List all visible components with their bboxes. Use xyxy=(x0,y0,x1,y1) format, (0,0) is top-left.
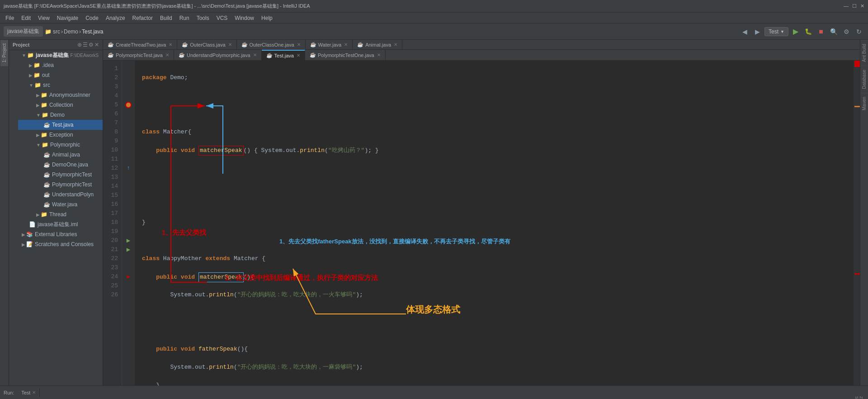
toolbar-project-name[interactable]: javase基础集 xyxy=(4,26,43,37)
tab-polymorphictestone[interactable]: ☕ PolymorphicTestOne.java ✕ xyxy=(305,50,386,60)
tree-item-water[interactable]: ☕ Water.java xyxy=(18,200,103,209)
tab-close8[interactable]: ✕ xyxy=(297,53,300,58)
nav-fwd-btn[interactable]: ▶ xyxy=(752,26,763,37)
tree-item-out[interactable]: ▶ 📁 out xyxy=(18,70,103,80)
update-btn[interactable]: ↻ xyxy=(854,26,864,37)
panel-action-list[interactable]: ☰ xyxy=(83,42,88,48)
menu-window[interactable]: Window xyxy=(231,14,258,22)
menu-refactor[interactable]: Refactor xyxy=(129,14,156,22)
tree-item-animal[interactable]: ☕ Animal.java xyxy=(18,150,103,160)
menu-analyze[interactable]: Analyze xyxy=(102,14,129,22)
code-line-13: System.out.println("开心的妈妈说：吃，吃大块的，一火车够吗"… xyxy=(142,290,846,299)
demo-icon: 📁 xyxy=(42,112,48,118)
panel-action-close[interactable]: ✕ xyxy=(94,42,99,48)
tree-item-polytest2[interactable]: ☕ PolymorphicTest xyxy=(18,180,103,190)
tab-close[interactable]: ✕ xyxy=(169,42,172,47)
code-content[interactable]: package Demo; class Matcher{ public void… xyxy=(135,61,854,385)
stop-btn[interactable]: ■ xyxy=(816,26,826,37)
tree-item-root[interactable]: ▼ 📁 javase基础集 F:\IDEAworkS xyxy=(18,50,103,60)
panel-action-add[interactable]: ⊕ xyxy=(77,42,82,48)
tab-label7: UnderstandPolymorphic.java xyxy=(187,52,250,58)
tree-item-collection[interactable]: ▶ 📁 Collection xyxy=(18,100,103,110)
tab-createthreadtwo[interactable]: ☕ CreateThreadTwo.java ✕ xyxy=(103,40,177,49)
menu-edit[interactable]: Edit xyxy=(18,14,34,22)
tree-item-exception[interactable]: ▶ 📁 Exception xyxy=(18,130,103,140)
breadcrumb-demo[interactable]: Demo xyxy=(64,28,78,35)
demoone-label: DemoOne.java xyxy=(52,162,88,168)
tree-item-anonymous[interactable]: ▶ 📁 AnonymousInner xyxy=(18,90,103,100)
tab-water[interactable]: ☕ Water.java ✕ xyxy=(306,40,353,49)
menu-help[interactable]: Help xyxy=(258,14,276,22)
tab-close4[interactable]: ✕ xyxy=(344,42,348,47)
tab-close2[interactable]: ✕ xyxy=(228,42,232,47)
search-btn[interactable]: 🔍 xyxy=(828,26,839,37)
tab-label2: OuterClass.java xyxy=(190,42,225,48)
breadcrumb-src[interactable]: 📁 src xyxy=(45,28,60,35)
tab-close6[interactable]: ✕ xyxy=(165,52,169,57)
project-vert-tab[interactable]: 1: Project xyxy=(0,40,8,66)
breadcrumb-file[interactable]: Test.java xyxy=(82,28,103,35)
tab-close9[interactable]: ✕ xyxy=(377,52,381,57)
test-icon: ☕ xyxy=(43,122,50,128)
tree-item-demoone[interactable]: ☕ DemoOne.java xyxy=(18,160,103,170)
close-btn[interactable]: ✕ xyxy=(860,3,864,9)
maximize-btn[interactable]: ☐ xyxy=(852,3,857,9)
gutter-breakpoint-5[interactable] xyxy=(123,100,134,109)
annotation-red2: 2、在父类中找到后编译通过，执行子类的对应方法 xyxy=(225,273,378,282)
titlebar: javase基础集 [F:\IDEAworkSpace\JavaSE重点基础集澹… xyxy=(0,0,868,13)
code-editor[interactable]: 1 2 3 4 5 6 7 8 9 10 11 12 13 14 15 16 1… xyxy=(103,61,860,385)
z-structure-tab[interactable]: Z: Structure xyxy=(854,396,864,399)
panel-action-settings[interactable]: ⚙ xyxy=(89,42,94,48)
nav-back-btn[interactable]: ◀ xyxy=(739,26,750,37)
run-btn[interactable]: ▶ xyxy=(790,26,801,37)
ant-build-tab[interactable]: Ant Build xyxy=(860,40,868,66)
menu-code[interactable]: Code xyxy=(82,14,102,22)
maven-tab[interactable]: Maven xyxy=(860,93,868,114)
tab-close3[interactable]: ✕ xyxy=(297,42,301,47)
water-label: Water.java xyxy=(52,201,77,208)
menu-vcs[interactable]: VCS xyxy=(213,14,231,22)
tree-item-src[interactable]: ▼ 📁 src xyxy=(18,80,103,90)
tab-close5[interactable]: ✕ xyxy=(394,42,397,47)
tab-close7[interactable]: ✕ xyxy=(253,52,257,57)
tree-item-scratches[interactable]: ▶ 📝 Scratches and Consoles xyxy=(18,239,103,249)
database-tab[interactable]: Database xyxy=(860,66,868,93)
window-controls: — ☐ ✕ xyxy=(844,3,864,9)
tree-item-test[interactable]: ☕ Test.java xyxy=(18,120,103,130)
debug-btn[interactable]: 🐛 xyxy=(803,26,814,37)
tree-item-understand[interactable]: ☕ UnderstandPolyn xyxy=(18,190,103,200)
tree-item-demo[interactable]: ▼ 📁 Demo xyxy=(18,110,103,120)
out-arrow: ▶ xyxy=(29,73,33,78)
tree-item-polymorphic[interactable]: ▼ 📁 Polymorphic xyxy=(18,140,103,150)
menu-build[interactable]: Build xyxy=(156,14,176,22)
menu-file[interactable]: File xyxy=(2,14,18,22)
tree-item-ext-libs[interactable]: ▶ 📚 External Libraries xyxy=(18,229,103,239)
tab-outerclass[interactable]: ☕ OuterClass.java ✕ xyxy=(177,40,236,49)
tab-test[interactable]: ☕ Test.java ✕ xyxy=(262,50,305,60)
minimize-btn[interactable]: — xyxy=(844,3,849,9)
tab-label5: Animal.java xyxy=(365,42,391,48)
tab-understandpoly[interactable]: ☕ UnderstandPolymorphic.java ✕ xyxy=(174,50,262,60)
tab-polymorphictest[interactable]: ☕ PolymorphicTest.java ✕ xyxy=(103,50,174,60)
run-tab[interactable]: Test ✕ xyxy=(18,388,40,397)
menu-navigate[interactable]: Navigate xyxy=(53,14,82,22)
gutter-run-21[interactable]: ▶ xyxy=(123,236,134,245)
gutter-override-12[interactable]: ↑ xyxy=(123,164,134,173)
panel-title: Project xyxy=(13,42,75,48)
gutter-run-22[interactable]: ▶ xyxy=(123,245,134,254)
menu-run[interactable]: Run xyxy=(176,14,193,22)
settings-gear-btn[interactable]: ⚙ xyxy=(841,26,852,37)
tree-item-iml[interactable]: 📄 javase基础集.iml xyxy=(18,219,103,229)
tab-outerclassone[interactable]: ☕ OuterClassOne.java ✕ xyxy=(237,40,306,49)
tab-animal[interactable]: ☕ Animal.java ✕ xyxy=(353,40,402,49)
tree-item-polytest[interactable]: ☕ PolymorphicTest xyxy=(18,170,103,180)
idea-arrow: ▶ xyxy=(29,63,33,68)
run-tab-close[interactable]: ✕ xyxy=(32,390,36,395)
demo-label: Demo xyxy=(50,112,65,118)
tree-item-idea[interactable]: ▶ 📁 .idea xyxy=(18,60,103,70)
tab-label4: Water.java xyxy=(318,42,342,48)
menu-view[interactable]: View xyxy=(34,14,53,22)
menu-tools[interactable]: Tools xyxy=(193,14,213,22)
run-config[interactable]: Test ▼ xyxy=(764,27,788,36)
tree-item-thread[interactable]: ▶ 📁 Thread xyxy=(18,209,103,219)
